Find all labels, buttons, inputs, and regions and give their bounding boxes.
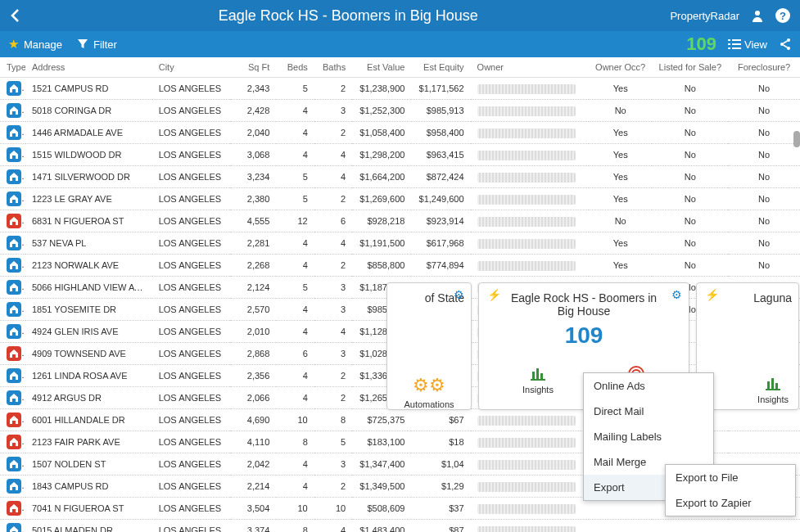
table-row[interactable]: 5018 CORINGA DRLOS ANGELES2,42843$1,252,… [0,100,800,122]
svg-rect-5 [732,43,741,45]
menu-export-zapier[interactable]: Export to Zapier [666,490,795,516]
back-icon[interactable] [10,8,26,23]
svg-rect-1 [728,39,730,41]
cell-city: LOS ANGELES [152,144,230,166]
cell-baths: 4 [314,520,352,533]
share-icon[interactable] [779,38,792,51]
col-listed[interactable]: Listed for Sale? [652,57,728,78]
list-card-prev[interactable]: ⚙ of State ⚙⚙ Automations [386,282,472,410]
cell-foreclosure: No [728,166,800,188]
cell-beds: 4 [276,255,314,277]
scrollbar-thumb[interactable] [793,131,800,147]
cell-listed: No [652,232,728,255]
property-type-icon [7,302,21,317]
manage-button[interactable]: ★ Manage [8,37,62,52]
cell-beds: 4 [276,122,314,144]
property-type-icon [7,103,21,118]
view-button[interactable]: View [728,38,767,51]
cell-sqft: 2,268 [230,255,277,277]
owner-redacted [477,239,576,249]
cell-sqft: 2,868 [230,343,277,365]
table-row[interactable]: 1521 CAMPUS RDLOS ANGELES2,34352$1,238,9… [0,78,800,100]
cell-baths: 2 [314,476,352,498]
cell-baths: 2 [314,255,352,277]
insights-label: Insights [757,394,789,404]
menu-online-ads[interactable]: Online Ads [584,373,713,399]
brand-label: PropertyRadar [670,10,739,22]
automations-button[interactable]: ⚙⚙ Automations [404,375,454,409]
col-owner-occ[interactable]: Owner Occ? [589,57,652,78]
svg-rect-2 [728,43,730,45]
insights-button[interactable]: Insights [522,365,554,396]
cell-est-value: $858,800 [352,255,411,277]
cell-sqft: 2,428 [230,100,277,122]
col-city[interactable]: City [152,57,230,78]
cell-city: LOS ANGELES [152,78,230,100]
help-icon[interactable]: ? [775,8,790,23]
col-foreclosure[interactable]: Foreclosure? [728,57,800,78]
table-row[interactable]: 2123 NORWALK AVELOS ANGELES2,26842$858,8… [0,255,800,277]
cell-address: 1515 WILDWOOD DR [25,144,152,166]
cell-foreclosure: No [728,78,800,100]
cell-listed: No [652,166,728,188]
cell-baths: 5 [314,431,352,453]
menu-direct-mail[interactable]: Direct Mail [584,399,713,424]
cell-beds: 4 [276,232,314,255]
list-view-icon [728,38,741,50]
cell-owner [471,144,589,166]
cell-sqft: 3,234 [230,166,277,188]
table-row[interactable]: 1446 ARMADALE AVELOS ANGELES2,04042$1,05… [0,122,800,144]
col-baths[interactable]: Baths [314,57,352,78]
table-row[interactable]: 537 NEVA PLLOS ANGELES2,28144$1,191,500$… [0,232,800,255]
cell-sqft: 2,356 [230,365,277,387]
col-beds[interactable]: Beds [276,57,314,78]
cell-address: 537 NEVA PL [25,232,152,255]
cell-beds: 4 [276,321,314,343]
col-type[interactable]: Type [0,57,25,78]
cell-beds: 4 [276,365,314,387]
filter-label: Filter [93,38,117,51]
cell-est-equity: $1,249,600 [411,188,470,210]
cell-city: LOS ANGELES [152,122,230,144]
cell-sqft: 2,281 [230,232,277,255]
menu-export-file[interactable]: Export to File [666,465,795,490]
cell-foreclosure: No [728,144,800,166]
table-row[interactable]: 1471 SILVERWOOD DRLOS ANGELES3,23454$1,6… [0,166,800,188]
col-est-value[interactable]: Est Value [352,57,411,78]
property-type-icon [7,457,21,471]
cell-foreclosure: No [728,100,800,122]
cell-address: 6831 N FIGUEROA ST [25,210,152,232]
insights-button[interactable]: Insights [757,375,789,404]
cell-owner-occ: Yes [589,166,652,188]
owner-redacted [477,217,576,227]
cell-address: 1507 NOLDEN ST [25,453,152,476]
gear-icon[interactable]: ⚙ [671,288,682,301]
cell-est-value: $1,191,500 [352,232,411,255]
col-est-equity[interactable]: Est Equity [411,57,470,78]
menu-mailing-labels[interactable]: Mailing Labels [584,424,713,449]
automations-icon: ⚙⚙ [413,375,445,396]
cell-owner-occ: Yes [589,144,652,166]
property-type-icon [7,258,21,273]
user-icon[interactable] [751,9,764,22]
table-row[interactable]: 1223 LE GRAY AVELOS ANGELES2,38052$1,269… [0,188,800,210]
table-row[interactable]: 6831 N FIGUEROA STLOS ANGELES4,555126$92… [0,210,800,232]
gear-icon[interactable]: ⚙ [454,288,464,301]
cell-address: 1261 LINDA ROSA AVE [25,365,152,387]
cell-address: 1223 LE GRAY AVE [25,188,152,210]
cell-baths: 3 [314,299,352,321]
cell-beds: 10 [276,409,314,431]
cell-owner [471,166,589,188]
filter-button[interactable]: Filter [77,38,117,51]
svg-rect-18 [775,383,778,389]
col-owner[interactable]: Owner [471,57,589,78]
cell-foreclosure: No [728,122,800,144]
table-row[interactable]: 1515 WILDWOOD DRLOS ANGELES3,06844$1,298… [0,144,800,166]
cell-sqft: 2,380 [230,188,277,210]
property-type-icon [7,390,21,405]
cell-city: LOS ANGELES [152,232,230,255]
col-sqft[interactable]: Sq Ft [230,57,277,78]
col-address[interactable]: Address [25,57,152,78]
cell-address: 4912 ARGUS DR [25,387,152,409]
property-type-icon [7,324,21,339]
